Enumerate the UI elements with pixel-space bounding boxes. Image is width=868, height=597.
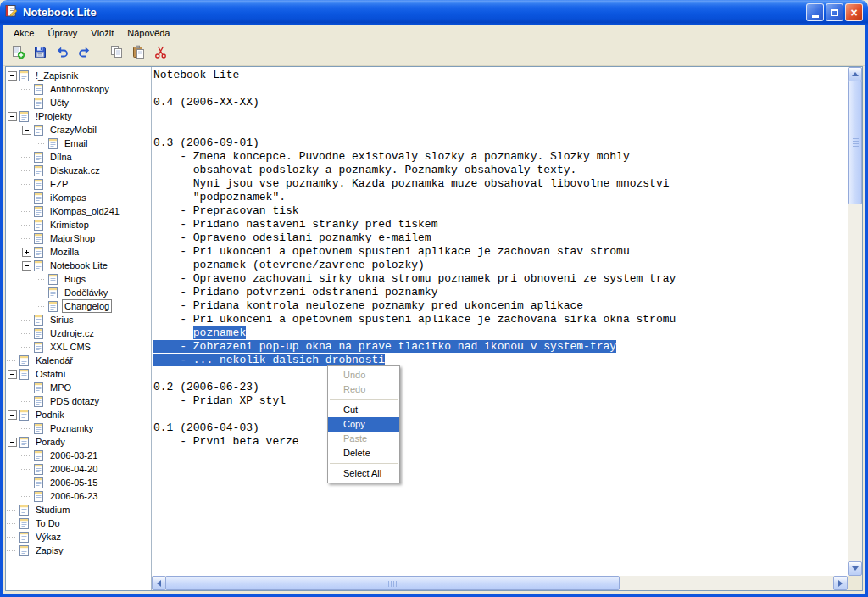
tree-item-diskuzak-cz[interactable]: Diskuzak.cz (6, 164, 151, 177)
expand-icon[interactable] (22, 248, 31, 257)
tree-item-sirius[interactable]: Sirius (6, 313, 151, 326)
collapse-icon[interactable] (8, 438, 17, 447)
tree-item-ty[interactable]: Účty (6, 96, 151, 109)
scroll-down-button[interactable] (848, 561, 862, 576)
tree-item-ezp[interactable]: EZP (6, 177, 151, 191)
vertical-scrollbar[interactable] (848, 67, 862, 576)
tree-item-crazymobil[interactable]: CrazyMobil (6, 123, 151, 137)
tree-item-to-do[interactable]: To Do (6, 516, 151, 530)
notes-tree[interactable]: !_ZapisnikAntihoroskopyÚčty!ProjektyCraz… (6, 67, 152, 590)
horizontal-scrollbar[interactable] (152, 576, 848, 590)
save-button[interactable] (30, 43, 51, 64)
tree-item-2006-06-23[interactable]: 2006-06-23 (6, 489, 151, 503)
maximize-button[interactable] (826, 3, 843, 21)
tree-connector (21, 401, 31, 402)
collapse-icon[interactable] (22, 126, 31, 135)
redo-button[interactable] (74, 43, 95, 64)
note-icon (47, 273, 58, 286)
tree-item-2006-03-21[interactable]: 2006-03-21 (6, 449, 151, 462)
undo-button[interactable] (52, 43, 73, 64)
collapse-icon[interactable] (8, 112, 17, 121)
tree-item-label: iKompas_old241 (47, 204, 122, 218)
collapse-icon[interactable] (8, 71, 17, 81)
scroll-up-button[interactable] (848, 67, 862, 81)
tree-connector (7, 550, 17, 551)
tree-connector (21, 103, 31, 103)
tree-indent (6, 320, 20, 321)
close-button[interactable]: × (845, 3, 863, 21)
editor-area: Notebook Lite0.4 (2006-XX-XX)0.3 (2006-0… (152, 67, 862, 590)
window-border-right (865, 25, 868, 597)
paste-button[interactable] (128, 43, 149, 64)
context-paste[interactable]: Paste (328, 432, 399, 446)
menu-n-pov-da[interactable]: Nápověda (120, 26, 176, 40)
tree-item-label: Notebook Lite (47, 259, 110, 272)
note-icon (33, 422, 44, 435)
maximize-icon (831, 9, 838, 16)
menu-akce[interactable]: Akce (7, 26, 41, 40)
tree-item-changelog[interactable]: Changelog (6, 299, 151, 313)
tree-item-poznamky[interactable]: Poznamky (6, 421, 151, 435)
tree-item-ikompas-old241[interactable]: iKompas_old241 (6, 204, 151, 218)
context-cut[interactable]: Cut (328, 403, 399, 417)
context-copy[interactable]: Copy (328, 417, 399, 432)
editor-line: - Pridan XP styl (153, 394, 848, 408)
note-icon (33, 246, 44, 259)
cut-button[interactable] (150, 43, 171, 64)
tree-item-2006-05-15[interactable]: 2006-05-15 (6, 476, 151, 489)
minimize-button[interactable] (806, 3, 824, 21)
collapse-icon[interactable] (8, 370, 17, 379)
tree-indent (6, 347, 20, 348)
note-icon (19, 436, 30, 449)
context-delete[interactable]: Delete (328, 446, 399, 460)
tree-item-mozilla[interactable]: Mozilla (6, 245, 151, 259)
tree-item-v-kaz[interactable]: Výkaz (6, 530, 151, 544)
tree-item-dod-l-vky[interactable]: Dodělávky (6, 286, 151, 299)
horizontal-scroll-thumb[interactable] (165, 576, 620, 590)
titlebar[interactable]: Notebook Lite × (0, 0, 868, 25)
tree-item-porady[interactable]: Porady (6, 435, 151, 449)
tree-item-projekty[interactable]: !Projekty (6, 109, 151, 123)
copy-button[interactable] (106, 43, 127, 64)
tree-item-notebook-lite[interactable]: Notebook Lite (6, 259, 151, 272)
text-editor[interactable]: Notebook Lite0.4 (2006-XX-XX)0.3 (2006-0… (152, 67, 848, 576)
collapse-icon[interactable] (8, 410, 17, 420)
menu-vlo-it[interactable]: Vložit (84, 26, 120, 40)
tree-item-d-lna[interactable]: Dílna (6, 150, 151, 164)
tree-item-2006-04-20[interactable]: 2006-04-20 (6, 462, 151, 476)
tree-item-ikompas[interactable]: iKompas (6, 191, 151, 204)
note-icon (19, 354, 30, 367)
expander-slot (6, 71, 18, 81)
tree-item-uzdroje-cz[interactable]: Uzdroje.cz (6, 326, 151, 340)
collapse-icon[interactable] (22, 261, 31, 271)
tree-item-xxl-cms[interactable]: XXL CMS (6, 340, 151, 354)
tree-item-zapisy[interactable]: Zapisy (6, 544, 151, 557)
scroll-left-button[interactable] (152, 576, 166, 590)
tree-item-krimistop[interactable]: Krimistop (6, 218, 151, 232)
note-icon (33, 449, 44, 462)
tree-item-mpo[interactable]: MPO (6, 381, 151, 394)
tree-item-kalend[interactable]: Kalendář (6, 354, 151, 367)
tree-item-podnik[interactable]: Podnik (6, 408, 151, 421)
new-note-button[interactable] (8, 43, 29, 64)
tree-item-zapisnik[interactable]: !_Zapisnik (6, 69, 151, 82)
context-redo[interactable]: Redo (328, 382, 399, 397)
tree-item-email[interactable]: Email (6, 137, 151, 150)
tree-item-ostatn[interactable]: Ostatní (6, 367, 151, 381)
context-undo[interactable]: Undo (328, 368, 399, 382)
selected-text: - Zobrazeni pop-up okna na prave tlacitk… (153, 340, 616, 353)
context-select-all[interactable]: Select All (328, 466, 399, 481)
tree-connector (21, 388, 31, 388)
tree-item-majorshop[interactable]: MajorShop (6, 232, 151, 245)
editor-line: 0.3 (2006-09-01) (153, 137, 848, 150)
tree-item-label: Porady (33, 435, 68, 449)
vertical-scroll-thumb[interactable] (848, 81, 862, 204)
scroll-right-button[interactable] (833, 576, 848, 590)
tree-item-label: Changelog (62, 299, 112, 313)
expander-slot (20, 126, 32, 135)
menu-pravy[interactable]: Úpravy (41, 26, 84, 40)
tree-item-bugs[interactable]: Bugs (6, 272, 151, 286)
tree-item-studium[interactable]: Studium (6, 503, 151, 516)
tree-item-antihoroskopy[interactable]: Antihoroskopy (6, 82, 151, 96)
tree-item-pds-dotazy[interactable]: PDS dotazy (6, 394, 151, 408)
